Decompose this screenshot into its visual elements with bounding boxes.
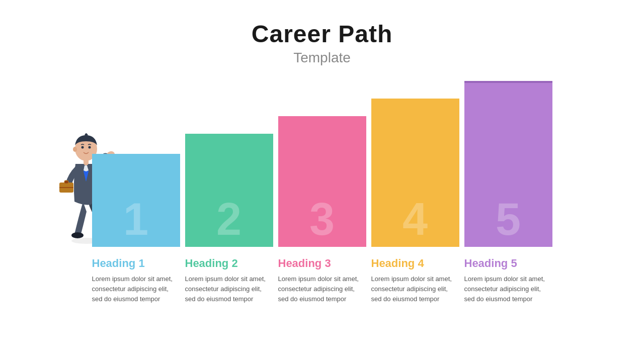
body-text-2: Lorem ipsum dolor sit amet, consectetur … (185, 274, 273, 304)
heading-5: Heading 5 (464, 257, 552, 270)
heading-2: Heading 2 (185, 257, 273, 270)
chart-area: 1 2 3 4 5 (0, 76, 644, 247)
body-text-3: Lorem ipsum dolor sit amet, consectetur … (278, 274, 366, 304)
bar-2: 2 (185, 134, 273, 247)
svg-point-9 (82, 146, 84, 149)
bar-number-5: 5 (496, 197, 521, 242)
info-col-5: Heading 5 Lorem ipsum dolor sit amet, co… (464, 257, 552, 304)
subtitle: Template (252, 50, 392, 66)
bar-4: 4 (371, 99, 459, 247)
main-title: Career Path (252, 20, 392, 48)
info-col-3: Heading 3 Lorem ipsum dolor sit amet, co… (278, 257, 366, 304)
info-col-2: Heading 2 Lorem ipsum dolor sit amet, co… (185, 257, 273, 304)
title-section: Career Path Template (252, 20, 392, 66)
body-text-4: Lorem ipsum dolor sit amet, consectetur … (371, 274, 459, 304)
heading-3: Heading 3 (278, 257, 366, 270)
bar-5: 5 (464, 81, 552, 247)
info-col-1: Heading 1 Lorem ipsum dolor sit amet, co… (92, 257, 180, 304)
bar-column-1: 1 (92, 154, 180, 247)
svg-point-1 (71, 232, 84, 238)
bar-1: 1 (92, 154, 180, 247)
bar-column-5: 5 (464, 81, 552, 247)
bar-column-3: 3 (278, 116, 366, 247)
svg-rect-4 (64, 180, 68, 184)
svg-point-10 (89, 146, 91, 149)
bar-number-1: 1 (123, 197, 148, 242)
bar-column-2: 2 (185, 134, 273, 247)
bar-number-4: 4 (403, 197, 428, 242)
svg-point-11 (73, 147, 77, 152)
heading-4: Heading 4 (371, 257, 459, 270)
slide: Career Path Template (0, 0, 644, 362)
body-text-5: Lorem ipsum dolor sit amet, consectetur … (464, 274, 552, 304)
info-col-4: Heading 4 Lorem ipsum dolor sit amet, co… (371, 257, 459, 304)
body-text-1: Lorem ipsum dolor sit amet, consectetur … (92, 274, 180, 304)
bar-column-4: 4 (371, 99, 459, 247)
heading-1: Heading 1 (92, 257, 180, 270)
bar-3: 3 (278, 116, 366, 247)
info-section: Heading 1 Lorem ipsum dolor sit amet, co… (0, 257, 644, 304)
bar-number-3: 3 (309, 197, 335, 242)
bar-number-2: 2 (216, 197, 242, 242)
